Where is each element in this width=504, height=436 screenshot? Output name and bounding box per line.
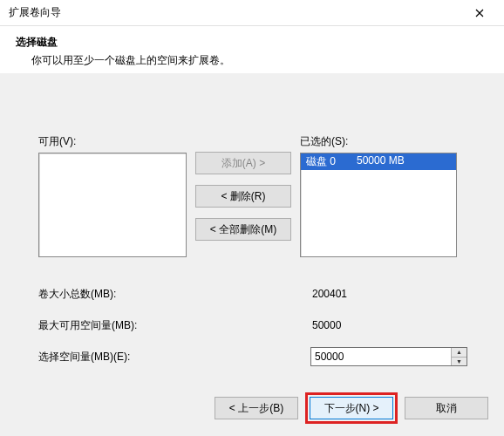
total-size-row: 卷大小总数(MB): 200401 (38, 283, 478, 304)
selected-label: 已选的(S): (300, 134, 457, 149)
add-button[interactable]: 添加(A) > (195, 152, 291, 174)
max-space-value: 50000 (310, 319, 466, 331)
spinner-up[interactable]: ▲ (452, 348, 467, 358)
select-space-label: 选择空间量(MB)(E): (38, 350, 310, 364)
close-button[interactable] (462, 1, 497, 25)
max-space-row: 最大可用空间量(MB): 50000 (38, 315, 478, 336)
titlebar: 扩展卷向导 (0, 0, 504, 26)
select-space-spinner[interactable]: ▲ ▼ (310, 347, 467, 366)
header-subtitle: 你可以用至少一个磁盘上的空间来扩展卷。 (16, 53, 488, 68)
content: 可用(V): 添加(A) > < 删除(R) < 全部删除(M) 已选的(S):… (0, 73, 504, 367)
back-button[interactable]: < 上一步(B) (215, 397, 298, 419)
close-icon (475, 9, 484, 17)
available-listbox[interactable] (38, 153, 187, 257)
wizard-window: 扩展卷向导 选择磁盘 你可以用至少一个磁盘上的空间来扩展卷。 可用(V): 添加… (0, 0, 504, 436)
max-space-label: 最大可用空间量(MB): (38, 318, 310, 333)
header: 选择磁盘 你可以用至少一个磁盘上的空间来扩展卷。 (0, 26, 504, 73)
transfer-buttons: 添加(A) > < 删除(R) < 全部删除(M) (187, 134, 300, 251)
available-label: 可用(V): (38, 134, 187, 149)
total-size-label: 卷大小总数(MB): (38, 287, 310, 302)
select-space-row: 选择空间量(MB)(E): ▲ ▼ (38, 346, 478, 367)
disk-size: 50000 MB (357, 154, 405, 169)
remove-button[interactable]: < 删除(R) (195, 185, 291, 208)
header-title: 选择磁盘 (16, 35, 488, 50)
footer: < 上一步(B) 下一步(N) > 取消 (215, 392, 488, 424)
spinner-buttons: ▲ ▼ (451, 348, 467, 365)
selected-column: 已选的(S): 磁盘 0 50000 MB (300, 134, 457, 257)
total-size-value: 200401 (310, 288, 466, 300)
fields: 卷大小总数(MB): 200401 最大可用空间量(MB): 50000 选择空… (38, 283, 478, 367)
next-highlight: 下一步(N) > (305, 392, 398, 424)
next-button[interactable]: 下一步(N) > (310, 397, 393, 419)
available-column: 可用(V): (38, 134, 187, 257)
spinner-down[interactable]: ▼ (452, 358, 467, 366)
selected-listbox[interactable]: 磁盘 0 50000 MB (300, 153, 457, 257)
window-title: 扩展卷向导 (9, 5, 462, 20)
select-space-input[interactable] (311, 348, 451, 365)
cancel-button[interactable]: 取消 (405, 397, 488, 419)
remove-all-button[interactable]: < 全部删除(M) (195, 218, 291, 241)
disk-selection-row: 可用(V): 添加(A) > < 删除(R) < 全部删除(M) 已选的(S):… (38, 134, 478, 257)
disk-name: 磁盘 0 (306, 154, 336, 169)
list-item[interactable]: 磁盘 0 50000 MB (301, 153, 456, 170)
